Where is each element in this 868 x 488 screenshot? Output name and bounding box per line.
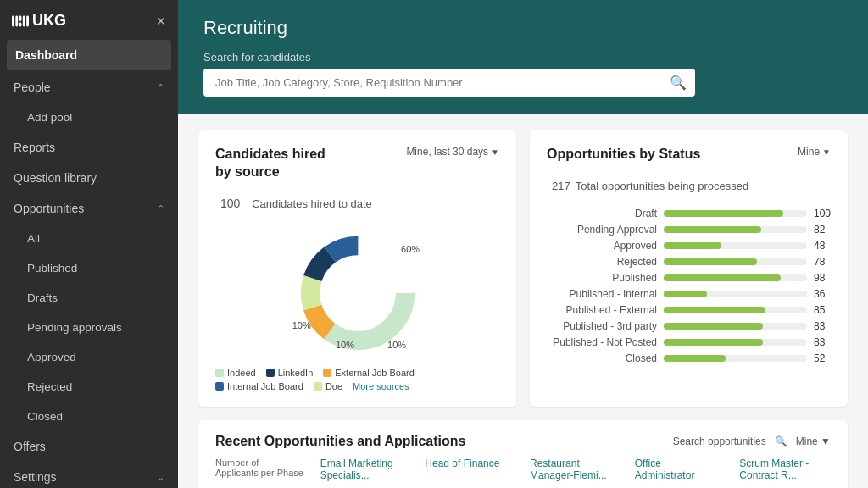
status-value: 52 (814, 352, 831, 364)
sidebar-item-question-library[interactable]: Question library (0, 163, 178, 193)
more-sources-link[interactable]: More sources (353, 381, 409, 391)
legend-doe: Doe (314, 381, 342, 391)
sidebar-item-label: Drafts (27, 291, 58, 304)
legend-label-doe: Doe (326, 381, 342, 391)
recent-col-link[interactable]: OfficeAdministrator (635, 458, 726, 481)
search-icon[interactable]: 🔍 (670, 75, 687, 91)
recent-col-head-of-finance: Head of Finance (425, 458, 516, 481)
status-value: 48 (814, 240, 831, 252)
legend-external: External Job Board (323, 368, 415, 378)
chevron-down-icon: ▼ (822, 147, 831, 157)
sidebar-item-add-pool[interactable]: Add pool (0, 103, 178, 132)
status-bar-fill (664, 274, 781, 281)
main-content: Recruiting Search for candidates 🔍 Candi… (178, 0, 868, 488)
svg-rect-3 (19, 22, 22, 26)
total-number: 217 (552, 180, 570, 192)
status-bar-wrap (664, 258, 807, 265)
search-input[interactable] (212, 69, 670, 97)
sidebar-item-drafts[interactable]: Drafts (0, 283, 178, 313)
sidebar-item-opportunities[interactable]: Opportunities ⌃ (0, 193, 178, 224)
total-label: Total opportunities being processed (576, 180, 749, 192)
sidebar-item-label: Approved (27, 351, 76, 363)
sidebar-item-approved[interactable]: Approved (0, 342, 178, 372)
status-label: Pending Approval (547, 224, 657, 236)
svg-rect-4 (23, 15, 25, 26)
sidebar-item-settings[interactable]: Settings ⌄ (0, 462, 178, 488)
page-title: Recruiting (203, 17, 843, 39)
status-label: Published - Internal (547, 288, 657, 300)
status-bar-fill (664, 258, 757, 265)
sidebar-item-dashboard[interactable]: Dashboard (7, 40, 171, 70)
status-label: Published - 3rd party (547, 320, 657, 332)
recent-col-link[interactable]: Email MarketingSpecialis... (320, 458, 412, 481)
status-row: Published - Not Posted 83 (547, 336, 831, 348)
sidebar-item-closed[interactable]: Closed (0, 402, 178, 431)
sidebar-item-label: Pending approvals (27, 321, 122, 334)
status-row: Draft 100 (547, 208, 831, 219)
status-bar-fill (664, 226, 761, 233)
legend-more-sources[interactable]: More sources (353, 381, 409, 391)
sidebar-item-rejected[interactable]: Rejected (0, 372, 178, 402)
status-label: Published - External (547, 304, 657, 316)
status-bar-wrap (664, 307, 807, 313)
ukg-logo-icon (12, 15, 29, 27)
recent-card-header: Recent Opportunities and Applications Se… (215, 434, 831, 449)
recent-opportunities-card: Recent Opportunities and Applications Se… (198, 420, 848, 488)
status-label: Approved (547, 240, 657, 252)
logo-text: UKG (32, 12, 66, 30)
chevron-down-icon: ▼ (491, 147, 499, 157)
recent-col-restaurant-manager: RestaurantManager-Flemi... (530, 458, 621, 481)
sidebar-item-label: Published (27, 262, 77, 274)
recent-col-phase: Number ofApplicants per Phase (215, 458, 307, 481)
status-row: Published - External 85 (547, 304, 831, 316)
recent-col-email-marketing: Email MarketingSpecialis... (320, 458, 412, 481)
sidebar-item-label: Opportunities (14, 202, 84, 215)
sidebar-item-pending-approvals[interactable]: Pending approvals (0, 313, 178, 342)
status-bar-fill (664, 355, 726, 362)
recent-col-link[interactable]: RestaurantManager-Flemi... (530, 458, 621, 481)
sidebar-item-label: Add pool (27, 111, 72, 124)
close-sidebar-button[interactable]: ✕ (156, 14, 166, 28)
status-bar-wrap (664, 291, 807, 297)
status-value: 78 (814, 256, 831, 268)
recent-filter-dropdown[interactable]: Mine ▼ (796, 435, 831, 447)
sidebar-item-reports[interactable]: Reports (0, 132, 178, 163)
chevron-up-icon: ⌃ (157, 82, 164, 93)
status-row: Rejected 78 (547, 256, 831, 268)
status-bar-wrap (664, 210, 807, 217)
legend-label-internal: Internal Job Board (227, 381, 303, 391)
sidebar-item-label: Settings (14, 470, 57, 484)
status-bar-fill (664, 323, 763, 330)
status-row: Published - Internal 36 (547, 288, 831, 300)
legend-label-external: External Job Board (335, 368, 415, 378)
chevron-up-icon: ⌃ (157, 203, 164, 214)
status-filter-dropdown[interactable]: Mine ▼ (798, 146, 831, 158)
sidebar-item-label: All (27, 232, 40, 245)
hired-count: 100 Candidates hired to date (215, 186, 499, 214)
status-bar-fill (664, 307, 765, 313)
search-opportunities-icon[interactable]: 🔍 (775, 435, 787, 447)
app-logo: UKG (12, 12, 66, 30)
sidebar-item-label: Offers (14, 440, 46, 453)
sidebar-item-offers[interactable]: Offers (0, 431, 178, 462)
legend-linkedin: LinkedIn (266, 368, 314, 378)
status-bar-fill (664, 339, 763, 346)
status-bar-wrap (664, 323, 807, 330)
status-value: 82 (814, 224, 831, 236)
sidebar-item-all[interactable]: All (0, 224, 178, 253)
hired-filter-label: Mine, last 30 days (406, 146, 488, 158)
status-label: Closed (547, 352, 657, 364)
chevron-down-icon: ⌄ (157, 472, 164, 483)
sidebar: UKG ✕ Dashboard People ⌃ Add pool Report… (0, 0, 178, 488)
sidebar-item-people[interactable]: People ⌃ (0, 72, 178, 103)
legend-label-linkedin: LinkedIn (278, 368, 314, 378)
donut-pct-10a: 10% (292, 320, 311, 330)
status-value: 100 (814, 208, 831, 219)
recent-col-link[interactable]: Scrum Master -Contract R... (739, 458, 831, 481)
recent-col-link[interactable]: Head of Finance (425, 458, 516, 469)
sidebar-item-published[interactable]: Published (0, 253, 178, 283)
status-row: Pending Approval 82 (547, 224, 831, 236)
hired-filter-dropdown[interactable]: Mine, last 30 days ▼ (406, 146, 499, 158)
donut-legend: Indeed LinkedIn External Job Board (215, 368, 499, 391)
opportunities-total: 217Total opportunities being processed (547, 169, 831, 196)
